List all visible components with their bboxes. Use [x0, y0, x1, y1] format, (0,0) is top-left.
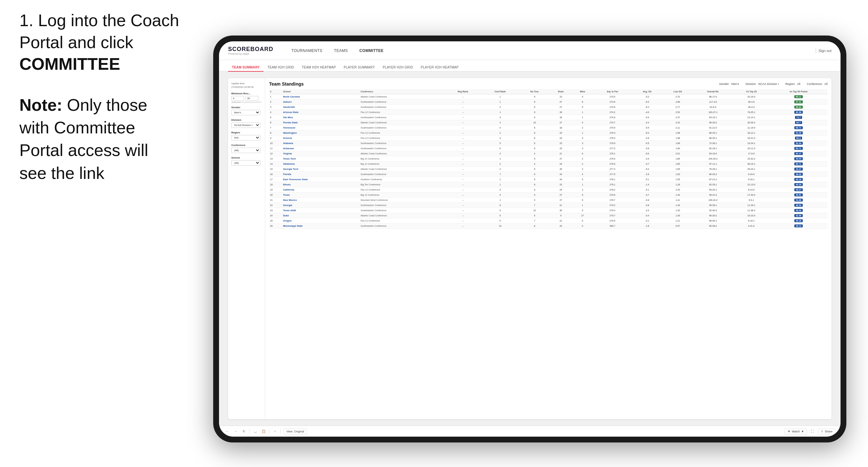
cell-wins: 2 [572, 156, 593, 161]
cell-avg-sg: -5.0 [632, 115, 663, 120]
toolbar-copy-icon[interactable]: ◡ [252, 429, 258, 434]
cell-low-sg: 2.52 [662, 110, 692, 115]
nav-committee[interactable]: COMMITTEE [354, 46, 389, 55]
cell-vs50-points: 53.49 [770, 130, 828, 136]
cell-wins: 1 [572, 130, 593, 136]
cell-low-sg: 1.28 [662, 203, 692, 208]
nav-divider [816, 48, 816, 54]
region-select[interactable]: N/A [231, 135, 260, 141]
toolbar-back-icon[interactable]: ← [224, 429, 230, 434]
min-rounds-min-input[interactable] [231, 96, 244, 101]
cell-adj-par: 279.1 [593, 182, 631, 187]
sub-nav-team-h2h-grid[interactable]: TEAM H2H GRID [264, 64, 298, 72]
table-row: 12 Virginia Atlantic Coast Conference --… [269, 151, 828, 156]
cell-reg-rank: -- [445, 94, 481, 99]
cell-school: Oregon [282, 218, 360, 223]
cell-vs25: 79-25-1 [733, 110, 770, 115]
instruction-text: Log into the Coach Portal and click [20, 11, 179, 52]
toolbar-expand-icon[interactable]: ⛶ [809, 429, 815, 434]
cell-conf-rank: 1 [481, 182, 520, 187]
cell-rnds: 27 [550, 156, 572, 161]
toolbar-separator-1 [249, 429, 250, 434]
toolbar-paste-icon[interactable]: 📋 [261, 429, 267, 434]
nav-tournaments[interactable]: TOURNAMENTS [286, 46, 328, 55]
cell-reg-rank: -- [445, 125, 481, 130]
toolbar-reload-icon[interactable]: ↻ [241, 429, 247, 434]
cell-adj-par: 276.3 [593, 136, 631, 141]
cell-wins: 6 [572, 192, 593, 198]
cell-vs50-points: 48.54 [770, 203, 828, 208]
cell-rank: 20 [269, 192, 282, 198]
cell-no-tour: 8 [520, 105, 550, 110]
cell-rank: 23 [269, 208, 282, 213]
cell-low-sg: 2.01 [662, 151, 692, 156]
sub-nav-team-summary[interactable]: TEAM SUMMARY [228, 64, 264, 72]
cell-overall: 83-15-0 [693, 151, 733, 156]
cell-adj-par: 279.5 [593, 218, 631, 223]
note-text: Note: Only those with Committee Portal a… [20, 94, 175, 184]
cell-wins: 2 [572, 125, 593, 130]
sub-nav-team-h2h-heatmap[interactable]: TEAM H2H HEATMAP [298, 64, 340, 72]
cell-no-tour: 9 [520, 94, 550, 99]
cell-rnds: 9 [550, 213, 572, 218]
cell-adj-par: 275.7 [593, 120, 631, 125]
cell-wins: 4 [572, 94, 593, 99]
tablet-screen: SCOREBOARD Powered by clippd TOURNAMENTS… [219, 41, 841, 437]
cell-rank: 10 [269, 141, 282, 146]
cell-rank: 18 [269, 182, 282, 187]
table-row: 23 Texas A&M Southeastern Conference -- … [269, 208, 828, 213]
min-rounds-slider [231, 102, 262, 103]
cell-reg-rank: -- [445, 141, 481, 146]
watch-btn[interactable]: 👁 Watch ▼ [785, 429, 807, 434]
cell-vs25: 15-32-2 [733, 156, 770, 161]
cell-reg-rank: -- [445, 146, 481, 151]
cell-overall: 82-18-1 [693, 146, 733, 151]
sub-nav-player-summary[interactable]: PLAYER SUMMARY [340, 64, 379, 72]
cell-no-tour: 8 [520, 182, 550, 187]
cell-rnds: 23 [550, 94, 572, 99]
cell-avg-sg: -0.4 [632, 213, 663, 218]
cell-rnds: 27 [550, 105, 572, 110]
cell-conf: Southeastern Conference [360, 99, 445, 105]
cell-reg-rank: -- [445, 136, 481, 141]
cell-low-sg: 2.70 [662, 94, 692, 99]
school-select[interactable]: (All) [231, 160, 260, 166]
cell-low-sg: 1.90 [662, 146, 692, 151]
cell-vs25: 12-14-1 [733, 115, 770, 120]
cell-avg-sg: -1.8 [632, 223, 663, 229]
cell-conf-rank: 3 [481, 115, 520, 120]
cell-avg-sg: -4.0 [632, 110, 663, 115]
cell-wins: 4 [572, 136, 593, 141]
filter-school: School (All) [231, 156, 262, 166]
share-btn[interactable]: ⇧ Share [818, 429, 835, 434]
cell-no-tour: 8 [520, 167, 550, 172]
cell-school: Georgia Tech [282, 167, 360, 172]
cell-reg-rank: -- [445, 192, 481, 198]
sub-nav-player-h2h-heatmap[interactable]: PLAYER H2H HEATMAP [417, 64, 462, 72]
cell-no-tour: 8 [520, 130, 550, 136]
toolbar-forward-icon[interactable]: → [232, 429, 239, 434]
cell-low-sg: 2.37 [662, 115, 692, 120]
cell-rnds: 18 [550, 115, 572, 120]
cell-rnds: 23 [550, 130, 572, 136]
table-scroll-container[interactable]: # School Conference Reg Rank Conf Rank N… [269, 89, 828, 416]
cell-school: Alabama [282, 141, 360, 146]
th-rank: # [269, 89, 282, 94]
conference-select[interactable]: (All) [231, 148, 260, 153]
cell-no-tour: 8 [520, 187, 550, 192]
gender-select[interactable]: Men's Women's [231, 110, 260, 115]
cell-low-sg: 1.85 [662, 167, 692, 172]
sign-out-link[interactable]: Sign out [818, 49, 832, 53]
nav-teams[interactable]: TEAMS [329, 46, 353, 55]
min-rounds-max-input[interactable] [246, 96, 258, 101]
cell-adj-par: 273.5 [593, 94, 631, 99]
cell-school: Arkansas [282, 146, 360, 151]
view-original-btn[interactable]: View: Original [283, 429, 307, 434]
division-select[interactable]: NCAA Division I [231, 122, 260, 128]
cell-wins: 5 [572, 208, 593, 213]
cell-adj-par: 274.2 [593, 110, 631, 115]
toolbar-clock-icon[interactable]: ○ [272, 429, 278, 434]
toolbar-right: 👁 Watch ▼ ⛶ ⇧ Share [785, 429, 835, 434]
sub-nav-player-h2h-grid[interactable]: PLAYER H2H GRID [379, 64, 417, 72]
cell-school: Illinois [282, 182, 360, 187]
